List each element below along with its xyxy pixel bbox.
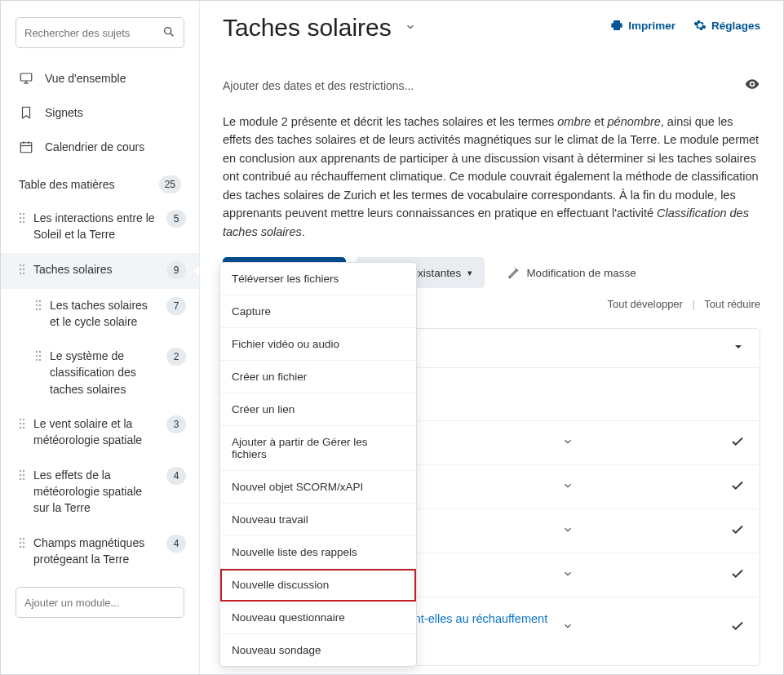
toc-item[interactable]: Les effets de la météorologie spatiale s…	[1, 459, 199, 526]
nav-overview[interactable]: Vue d'ensemble	[1, 61, 199, 95]
nav-calendar-label: Calendrier de cours	[45, 140, 144, 153]
chevron-down-icon: ▾	[467, 268, 472, 278]
svg-point-22	[39, 300, 41, 301]
toc-total-badge: 25	[159, 175, 181, 193]
check-icon	[730, 478, 745, 493]
title-dropdown[interactable]	[405, 21, 416, 35]
menu-item[interactable]: Nouveau questionnaire	[220, 602, 416, 634]
nav-overview-label: Vue d'ensemble	[45, 72, 126, 85]
chevron-down-icon	[562, 436, 574, 447]
menu-item[interactable]: Nouvelle discussion	[220, 569, 416, 602]
separator: |	[693, 298, 695, 310]
drag-handle-icon[interactable]	[19, 418, 25, 429]
menu-item[interactable]: Nouveau sondage	[220, 634, 416, 666]
svg-point-33	[20, 419, 21, 420]
svg-point-49	[20, 545, 21, 547]
svg-point-42	[23, 473, 24, 475]
upload-create-menu: Téléverser les fichiersCaptureFichier vi…	[219, 262, 417, 667]
drag-handle-icon[interactable]	[35, 300, 42, 311]
search-icon[interactable]	[162, 25, 175, 41]
toc-title: Table des matières	[19, 178, 115, 191]
svg-point-25	[36, 308, 38, 309]
nav-calendar[interactable]: Calendrier de cours	[1, 130, 199, 164]
svg-point-15	[20, 264, 21, 265]
svg-point-40	[23, 469, 24, 471]
print-button[interactable]: Imprimer	[610, 19, 675, 32]
drag-handle-icon[interactable]	[19, 264, 25, 275]
svg-point-30	[39, 355, 41, 357]
search-box[interactable]	[16, 17, 184, 48]
menu-item[interactable]: Fichier vidéo ou audio	[220, 328, 416, 361]
svg-point-9	[20, 213, 21, 215]
drag-handle-icon[interactable]	[19, 212, 25, 224]
drag-handle-icon[interactable]	[35, 350, 42, 362]
restrictions-link[interactable]: Ajouter des dates et des restrictions...	[223, 79, 414, 92]
menu-item[interactable]: Nouveau travail	[220, 504, 416, 536]
bulk-label: Modification de masse	[526, 267, 636, 279]
svg-point-0	[165, 27, 171, 33]
toc-item[interactable]: Les taches solaires et le cycle solaire7	[1, 289, 199, 340]
svg-point-12	[23, 217, 24, 219]
svg-point-36	[23, 423, 24, 424]
svg-point-50	[23, 545, 24, 547]
menu-item[interactable]: Téléverser les fichiers	[220, 263, 416, 295]
toc-item[interactable]: Taches solaires9	[1, 253, 199, 289]
svg-point-20	[23, 272, 24, 273]
toc-item[interactable]: Le vent solaire et la météorologie spati…	[1, 407, 199, 459]
menu-item[interactable]: Nouvelle liste des rappels	[220, 536, 416, 569]
add-module-input[interactable]	[16, 587, 184, 618]
svg-point-31	[36, 359, 38, 361]
topic-dropdown[interactable]	[562, 524, 574, 538]
toc-item-label: Les effets de la météorologie spatiale s…	[33, 467, 158, 517]
toc-header[interactable]: Table des matières 25	[1, 164, 199, 202]
page-title: Taches solaires	[223, 14, 392, 42]
topic-dropdown[interactable]	[562, 620, 574, 634]
svg-point-27	[36, 351, 38, 353]
topic-dropdown[interactable]	[562, 480, 574, 494]
toc-item[interactable]: Champs magnétiques protégeant la Terre4	[1, 526, 199, 578]
bookmark-icon	[19, 105, 33, 120]
menu-item[interactable]: Créer un fichier	[220, 361, 416, 393]
toc-item-badge: 9	[166, 261, 186, 279]
bulk-edit-button[interactable]: Modification de masse	[494, 257, 648, 288]
menu-item[interactable]: Nouvel objet SCORM/xAPI	[220, 471, 416, 504]
toc-list: Les interactions entre le Soleil et la T…	[1, 202, 199, 577]
toc-item-badge: 7	[166, 297, 186, 315]
search-input[interactable]	[24, 27, 162, 39]
sidebar: Vue d'ensemble Signets Calendrier de cou…	[1, 1, 200, 674]
svg-point-43	[20, 477, 21, 479]
settings-button[interactable]: Réglages	[693, 19, 760, 32]
drag-handle-icon[interactable]	[19, 469, 25, 481]
presentation-icon	[19, 71, 33, 86]
svg-point-18	[23, 268, 24, 269]
chevron-down-icon	[562, 620, 574, 632]
svg-point-47	[20, 541, 21, 543]
toc-item[interactable]: Les interactions entre le Soleil et la T…	[1, 202, 199, 253]
svg-rect-2	[20, 73, 32, 81]
menu-item[interactable]: Créer un lien	[220, 393, 416, 426]
topic-dropdown[interactable]	[562, 436, 574, 450]
drag-handle-icon[interactable]	[19, 537, 25, 548]
svg-point-17	[20, 268, 21, 269]
module-description: Le module 2 présente et décrit les tache…	[223, 113, 760, 241]
print-icon	[610, 19, 623, 32]
visibility-toggle[interactable]	[744, 76, 760, 95]
gear-icon	[693, 19, 706, 32]
collapse-all[interactable]: Tout réduire	[704, 298, 760, 310]
menu-item[interactable]: Capture	[220, 295, 416, 328]
svg-point-35	[20, 423, 21, 424]
toc-item[interactable]: Le système de classification des taches …	[1, 340, 199, 407]
collapse-caret[interactable]	[732, 340, 745, 356]
topic-dropdown[interactable]	[562, 568, 574, 582]
toc-item-label: Les taches solaires et le cycle solaire	[50, 297, 158, 331]
expand-all[interactable]: Tout développer	[607, 298, 683, 310]
add-module[interactable]	[16, 587, 184, 618]
check-icon	[730, 522, 745, 537]
svg-point-14	[23, 221, 24, 223]
svg-point-23	[36, 304, 38, 305]
toc-item-label: Les interactions entre le Soleil et la T…	[33, 210, 158, 243]
chevron-down-icon	[562, 480, 574, 491]
nav-bookmarks[interactable]: Signets	[1, 95, 199, 130]
svg-point-46	[23, 537, 24, 539]
menu-item[interactable]: Ajouter à partir de Gérer les fichiers	[220, 426, 416, 471]
